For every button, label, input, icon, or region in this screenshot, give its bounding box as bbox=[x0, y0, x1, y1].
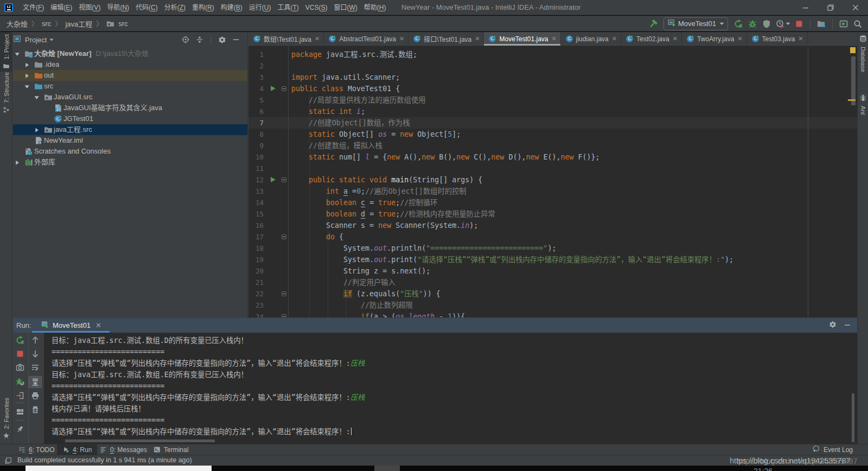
next-occurrence-button[interactable] bbox=[31, 349, 40, 358]
close-icon[interactable]: ✕ bbox=[612, 36, 617, 42]
tree-node-newyear[interactable]: 大杂烩 [NewYear]D:\java15\大杂烩 bbox=[13, 48, 247, 59]
menu-b[interactable]: 构建(B) bbox=[218, 0, 246, 15]
close-icon[interactable]: ✕ bbox=[798, 36, 803, 42]
print-button[interactable] bbox=[31, 391, 40, 400]
build-hammer-icon[interactable] bbox=[647, 18, 659, 30]
clear-all-button[interactable] bbox=[31, 405, 40, 414]
stop-button[interactable] bbox=[793, 18, 805, 30]
run-line-icon[interactable] bbox=[271, 177, 276, 182]
breadcrumb-item[interactable]: 大杂烩 bbox=[7, 18, 28, 29]
close-icon[interactable]: ✕ bbox=[95, 321, 101, 329]
editor-tab-test03.java[interactable]: CTest03.java✕ bbox=[747, 32, 808, 46]
run-configuration-select[interactable]: MoveTest01 bbox=[663, 17, 728, 30]
project-structure-button[interactable] bbox=[815, 18, 827, 30]
fold-marker-icon[interactable] bbox=[282, 291, 286, 296]
chevron-down-icon[interactable] bbox=[24, 83, 30, 90]
settings-gear-icon[interactable] bbox=[829, 321, 837, 330]
menu-u[interactable]: 运行(U) bbox=[246, 0, 275, 15]
hide-panel-button[interactable] bbox=[844, 321, 851, 330]
menu-vcss[interactable]: VCS(S) bbox=[302, 0, 331, 15]
stop-button[interactable] bbox=[16, 349, 24, 358]
menu-c[interactable]: 代码(C) bbox=[132, 0, 161, 15]
chevron-down-icon[interactable] bbox=[34, 94, 40, 100]
menu-n[interactable]: 导航(N) bbox=[104, 0, 132, 15]
chevron-right-icon[interactable] bbox=[34, 126, 40, 133]
tree-node-javagui.java[interactable]: JJavaGUI基础字符及其含义.java bbox=[13, 103, 247, 113]
chevron-right-icon[interactable] bbox=[24, 61, 30, 68]
horizontal-scrollbar[interactable] bbox=[65, 440, 215, 442]
tool-window-button-favorites[interactable]: 2: Favorites bbox=[0, 392, 12, 441]
tool-window-button-run[interactable]: 4: Run bbox=[57, 444, 97, 455]
fold-marker-icon[interactable] bbox=[282, 177, 286, 182]
tree-node-newyear.iml[interactable]: NewYear.iml bbox=[13, 135, 247, 146]
editor-tab-movetest01.java[interactable]: CMoveTest01.java✕ bbox=[484, 32, 560, 46]
fold-marker-icon[interactable] bbox=[282, 314, 286, 317]
editor-tab-test01.java[interactable]: C数组\Test01.java✕ bbox=[248, 32, 324, 46]
pin-tab-button[interactable] bbox=[16, 425, 24, 434]
rerun-button[interactable] bbox=[16, 336, 24, 345]
warning-stripe-marker[interactable] bbox=[850, 47, 856, 53]
soft-wrap-button[interactable] bbox=[31, 363, 40, 372]
chevron-down-icon[interactable] bbox=[14, 50, 21, 57]
tool-window-button-terminal[interactable]: Terminal bbox=[154, 444, 188, 455]
run-dashboard-button[interactable] bbox=[838, 18, 850, 30]
close-icon[interactable]: ✕ bbox=[673, 36, 678, 42]
close-icon[interactable]: ✕ bbox=[475, 36, 480, 42]
fold-marker-icon[interactable] bbox=[282, 86, 286, 91]
tree-node-out[interactable]: out bbox=[13, 70, 247, 81]
locate-file-button[interactable] bbox=[180, 34, 192, 46]
menu-w[interactable]: 窗口(W) bbox=[330, 0, 360, 15]
project-panel-title[interactable]: Project bbox=[25, 36, 47, 44]
settings-gear-icon[interactable] bbox=[216, 34, 228, 46]
run-console-tab[interactable]: MoveTest01 ✕ bbox=[32, 318, 110, 333]
menu-r[interactable]: 重构(R) bbox=[189, 0, 218, 15]
tree-node-src[interactable]: src bbox=[13, 81, 247, 92]
debug-button[interactable] bbox=[746, 18, 758, 30]
editor-tab-abstracttest01.java[interactable]: CAbstractTest01.java✕ bbox=[324, 32, 409, 46]
event-log-button[interactable]: Event Log bbox=[813, 444, 853, 455]
menu-z[interactable]: 分析(Z) bbox=[161, 0, 189, 15]
restore-layout-button[interactable] bbox=[16, 408, 24, 416]
close-icon[interactable]: ✕ bbox=[399, 36, 404, 42]
tool-window-button-project[interactable]: 1: Project bbox=[0, 32, 12, 72]
coverage-button[interactable] bbox=[761, 18, 773, 30]
breadcrumb-item[interactable]: java工程 bbox=[65, 18, 92, 29]
editor-tab-test01.java[interactable]: C接口\Test01.java✕ bbox=[409, 32, 484, 46]
search-everywhere-button[interactable] bbox=[852, 18, 864, 30]
menu-f[interactable]: 文件(F) bbox=[20, 0, 47, 15]
tree-node-.idea[interactable]: .idea bbox=[13, 59, 247, 70]
close-icon[interactable]: ✕ bbox=[315, 36, 320, 42]
fold-marker-icon[interactable] bbox=[282, 234, 286, 239]
tree-node-jgtest01[interactable]: CJGTest01 bbox=[13, 113, 247, 124]
close-icon[interactable]: ✕ bbox=[552, 36, 557, 42]
tree-node-java.src[interactable]: java工程.src bbox=[13, 124, 247, 135]
editor-scrollbar-thumb[interactable] bbox=[851, 56, 856, 105]
breadcrumb-item[interactable]: src bbox=[42, 20, 51, 28]
run-console[interactable]: 目标：java工程.src.测试.数组.D的所有变量已压入栈内！========… bbox=[44, 333, 857, 444]
tool-window-button-ant[interactable]: Ant bbox=[858, 94, 868, 115]
editor-tab-twoarry.java[interactable]: CTwoArry.java✕ bbox=[682, 32, 747, 46]
run-line-icon[interactable] bbox=[271, 86, 276, 91]
scroll-to-end-button[interactable] bbox=[31, 378, 40, 386]
prev-occurrence-button[interactable] bbox=[31, 336, 40, 345]
menu-v[interactable]: 视图(V) bbox=[75, 0, 104, 15]
tree-node-javagui.src[interactable]: JavaGUI.src bbox=[13, 92, 247, 103]
tool-window-button-structure[interactable]: 7: Structure bbox=[0, 74, 12, 116]
show-console-button[interactable] bbox=[16, 391, 24, 400]
collapse-all-button[interactable] bbox=[194, 34, 206, 46]
breadcrumb-item[interactable]: src bbox=[118, 20, 127, 28]
chevron-right-icon[interactable] bbox=[14, 159, 21, 166]
editor-body[interactable]: 1package java工程.src.测试.数组;23import java.… bbox=[248, 47, 857, 317]
close-icon[interactable]: ✕ bbox=[737, 36, 742, 42]
attach-debugger-button[interactable] bbox=[16, 377, 24, 386]
run-button[interactable] bbox=[732, 18, 744, 30]
editor-tab-test02.java[interactable]: CTest02.java✕ bbox=[621, 32, 682, 46]
profiler-button[interactable] bbox=[775, 18, 791, 30]
hide-panel-button[interactable] bbox=[230, 34, 242, 46]
close-button[interactable] bbox=[843, 0, 868, 15]
warning-stripe-marker[interactable] bbox=[848, 99, 856, 101]
editor-tab-jiudian.java[interactable]: Cjiudian.java✕ bbox=[561, 32, 621, 46]
tool-window-button-messages[interactable]: 0: Messages bbox=[100, 444, 147, 455]
thread-dump-button[interactable] bbox=[16, 363, 24, 372]
restore-button[interactable] bbox=[818, 0, 843, 15]
